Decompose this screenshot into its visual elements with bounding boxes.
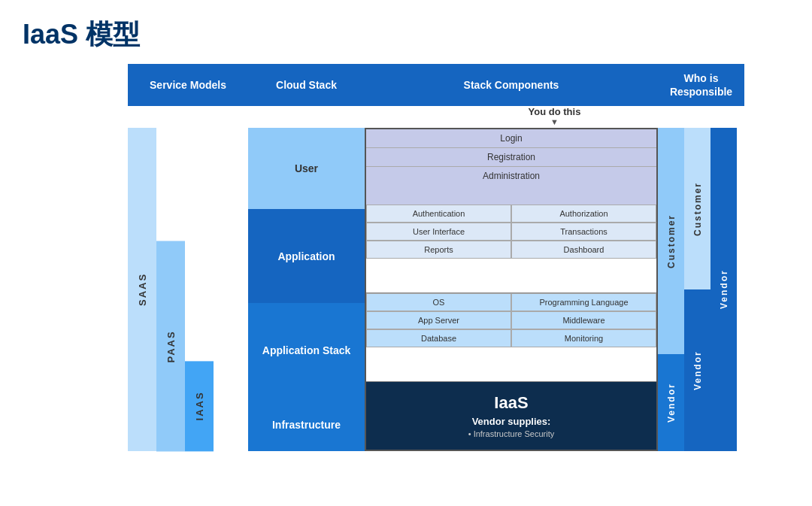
vendor-label-left: Vendor xyxy=(658,354,684,451)
reports-cell: Reports xyxy=(366,241,511,259)
appstack-components: OS Programming Language App Server Middl… xyxy=(366,293,656,382)
ui-row: User Interface Transactions xyxy=(366,223,656,241)
app-components: Authentication Authorization User Interf… xyxy=(366,205,656,293)
cs-infrastructure: Infrastructure xyxy=(248,398,365,452)
responsible-right-stack: Vendor xyxy=(710,128,737,451)
app-server-cell: App Server xyxy=(366,311,511,329)
registration-cell: Registration xyxy=(366,148,656,167)
saas-label: SAAS xyxy=(128,128,156,451)
auth-row: Authentication Authorization xyxy=(366,205,656,223)
cs-appstack: Application Stack xyxy=(248,303,365,397)
database-cell: Database xyxy=(366,329,511,347)
header-service-models: Service Models xyxy=(128,64,248,106)
administration-cell: Administration xyxy=(366,167,656,185)
responsible-col: Customer Vendor Customer Vendor Vendor xyxy=(658,128,744,451)
programming-language-cell: Programming Language xyxy=(511,293,656,311)
appserver-row: App Server Middleware xyxy=(366,311,656,329)
user-interface-cell: User Interface xyxy=(366,223,511,241)
vendor-label-mid: Vendor xyxy=(684,289,710,451)
authorization-cell: Authorization xyxy=(511,205,656,223)
page-title: IaaS 模型 xyxy=(0,0,812,53)
os-cell: OS xyxy=(366,293,511,311)
you-do-this-label: You do this xyxy=(365,106,744,126)
monitoring-cell: Monitoring xyxy=(511,329,656,347)
cs-user: User xyxy=(248,128,365,209)
customer-label: Customer xyxy=(658,128,684,354)
header-row: Service Models Cloud Stack Stack Compone… xyxy=(128,64,744,106)
iaas-bullet: • Infrastructure Security xyxy=(468,429,555,438)
iaas-vendor-supplies: Vendor supplies: xyxy=(472,416,551,427)
customer-label-mid: Customer xyxy=(684,128,710,289)
cs-application: Application xyxy=(248,209,365,303)
iaas-section: IaaS Vendor supplies: • Infrastructure S… xyxy=(366,382,656,450)
paas-label: PAAS xyxy=(156,241,185,452)
vendor-label-right: Vendor xyxy=(710,128,737,451)
user-components: Login Registration Administration xyxy=(366,129,656,205)
diagram-container: Service Models Cloud Stack Stack Compone… xyxy=(128,64,744,451)
header-stack-components: Stack Components xyxy=(365,64,658,106)
main-area: SAAS PAAS IAAS User Application Applicat… xyxy=(128,128,744,451)
components-col: Login Registration Administration Authen… xyxy=(365,128,658,451)
cloud-stack-col: User Application Application Stack Infra… xyxy=(248,128,365,451)
responsible-mid-stack: Customer Vendor xyxy=(684,128,710,451)
login-cell: Login xyxy=(366,129,656,148)
header-cloud-stack: Cloud Stack xyxy=(248,64,365,106)
database-row: Database Monitoring xyxy=(366,329,656,347)
transactions-cell: Transactions xyxy=(511,223,656,241)
iaas-label: IAAS xyxy=(185,361,214,451)
responsible-left-stack: Customer Vendor xyxy=(658,128,684,451)
os-row: OS Programming Language xyxy=(366,293,656,311)
service-models-col: SAAS PAAS IAAS xyxy=(128,128,248,451)
dashboard-cell: Dashboard xyxy=(511,241,656,259)
iaas-title: IaaS xyxy=(494,393,528,413)
authentication-cell: Authentication xyxy=(366,205,511,223)
middleware-cell: Middleware xyxy=(511,311,656,329)
header-who-responsible: Who is Responsible xyxy=(658,64,744,106)
reports-row: Reports Dashboard xyxy=(366,241,656,259)
